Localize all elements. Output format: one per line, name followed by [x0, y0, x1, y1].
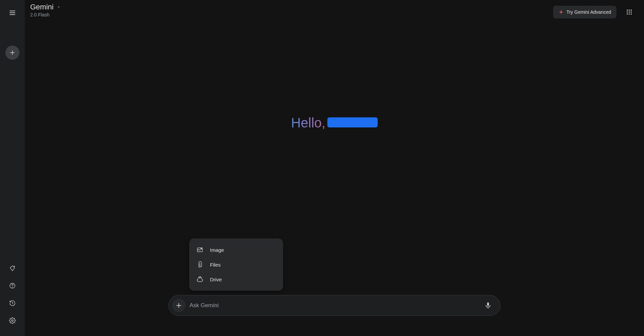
prompt-input[interactable] [190, 302, 477, 309]
input-bar [168, 295, 500, 316]
svg-point-12 [627, 11, 628, 12]
chevron-down-icon [56, 5, 61, 9]
drive-icon [197, 276, 203, 283]
greeting: Hello, [291, 115, 378, 130]
history-icon [9, 300, 16, 306]
activity-button[interactable] [6, 296, 19, 310]
try-advanced-button[interactable]: Try Gemini Advanced [553, 6, 616, 18]
sidebar [0, 0, 25, 336]
google-apps-button[interactable] [623, 5, 636, 19]
model-name: 2.0 Flash [30, 12, 61, 17]
attach-button[interactable] [172, 299, 185, 312]
svg-point-17 [631, 13, 632, 14]
svg-point-5 [14, 266, 15, 267]
help-icon [9, 282, 16, 289]
attach-drive-label: Drive [210, 277, 222, 282]
mic-icon [484, 302, 492, 309]
image-upload-icon [197, 246, 203, 253]
spark-icon [558, 9, 564, 15]
gear-icon [9, 317, 16, 324]
attach-files-option[interactable]: Files [189, 257, 283, 272]
input-container [168, 295, 500, 316]
help-button[interactable] [6, 279, 19, 292]
app-title: Gemini [30, 3, 54, 11]
greeting-text: Hello, [291, 115, 325, 130]
mic-button[interactable] [481, 299, 495, 312]
svg-point-19 [201, 248, 202, 249]
svg-point-8 [12, 320, 13, 322]
plus-icon [175, 301, 183, 310]
content-area: Hello, [25, 21, 644, 336]
menu-button[interactable] [5, 5, 20, 20]
new-chat-button[interactable] [5, 46, 19, 60]
svg-point-14 [631, 11, 632, 12]
model-picker[interactable]: Gemini [30, 3, 61, 11]
header: Gemini 2.0 Flash Try Gemini Advanced [25, 0, 644, 21]
svg-point-15 [627, 13, 628, 14]
attach-image-option[interactable]: Image [189, 242, 283, 257]
greeting-name-redacted [327, 117, 378, 127]
attach-drive-option[interactable]: Drive [189, 272, 283, 287]
hamburger-icon [9, 9, 16, 16]
attach-files-label: Files [210, 262, 221, 268]
svg-point-10 [629, 10, 630, 11]
svg-point-9 [627, 10, 628, 11]
try-advanced-label: Try Gemini Advanced [567, 9, 611, 15]
attach-image-label: Image [210, 247, 224, 253]
svg-point-13 [629, 11, 630, 12]
attach-menu: Image Files Drive [189, 238, 283, 291]
svg-point-11 [631, 10, 632, 11]
gem-manager-button[interactable] [6, 262, 19, 275]
diamond-sparkle-icon [9, 265, 16, 272]
svg-point-16 [629, 13, 630, 14]
attachment-icon [197, 261, 203, 268]
svg-point-7 [12, 287, 13, 287]
plus-icon [9, 49, 16, 56]
apps-grid-icon [626, 9, 633, 15]
settings-button[interactable] [6, 314, 19, 327]
main-content: Gemini 2.0 Flash Try Gemini Advanced [25, 0, 644, 336]
